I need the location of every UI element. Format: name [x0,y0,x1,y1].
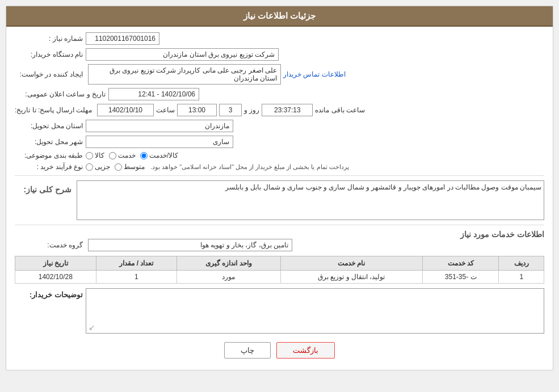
purchase-type-motavasset-radio[interactable] [115,163,122,171]
divider-1 [15,175,544,176]
category-khadamat-radio[interactable] [109,152,116,159]
page-wrapper: جزئیات اطلاعات نیاز 1102001167001016 شما… [0,0,559,392]
need-number-label: شماره نیاز : [15,35,83,43]
announce-datetime-label: تاریخ و ساعت اعلان عمومی: [15,90,106,98]
buyer-description-row: توضیحات خریدار: [15,288,544,334]
city-label: شهر محل تحویل: [15,138,83,146]
print-button[interactable]: چاپ [224,342,271,359]
service-group-row: تامین برق، گاز، بخار و تهویه هوا گروه خد… [15,239,544,251]
category-label: طبقه بندی موضوعی: [15,151,83,159]
purchase-type-jozi-label: جزیی [95,163,110,171]
service-group-label: گروه خدمت: [15,241,83,249]
category-row: کالا/خدمت خدمت کالا طبقه بندی موضوعی: [15,151,544,159]
province-value: مازندران [86,120,233,132]
city-value: ساری [86,136,233,148]
col-header-row-num: ردیف [499,256,544,271]
deadline-label: مهلت ارسال پاسخ: تا تاریخ: [15,106,92,114]
remaining-time-value: 23:37:13 [262,104,313,116]
col-header-service-name: نام خدمت [280,256,422,271]
remaining-days: 3 [219,104,242,116]
buyer-label: نام دستگاه خریدار: [15,50,83,58]
cell-row-num: 1 [499,271,544,284]
city-row: ساری شهر محل تحویل: [15,136,544,148]
category-khadamat[interactable]: خدمت [109,151,136,159]
cell-quantity: 1 [96,271,176,284]
category-kala-khadamat-label: کالا/خدمت [149,151,178,159]
cell-unit: مورد [177,271,281,284]
col-header-unit: واحد اندازه گیری [177,256,281,271]
cell-date: 1402/10/28 [15,271,96,284]
purchase-type-row: پرداخت تمام یا بخشی از مبلغ خریدار از مح… [15,163,544,171]
purchase-type-jozi-radio[interactable] [86,163,93,171]
category-kala-label: کالا [95,151,104,159]
remaining-label: روز و [244,106,259,114]
services-table-container: ردیف کد خدمت نام خدمت واحد اندازه گیری ت… [15,256,544,284]
buyer-value: شرکت توزیع نیروی برق استان مازندران [86,48,279,61]
need-description-title: شرح کلی نیاز: [15,185,72,194]
purchase-type-motavasset[interactable]: متوسط [115,163,145,171]
page-header: جزئیات اطلاعات نیاز [6,6,553,27]
announce-datetime-value: 1402/10/06 - 12:41 [108,88,199,100]
category-khadamat-label: خدمت [118,151,136,159]
need-description-row: سیمبان موقت وصول مطالبات در امورهای جویب… [15,180,544,220]
purchase-type-radio-group: متوسط جزیی [86,163,145,171]
page-title: جزئیات اطلاعات نیاز [243,11,316,20]
buyer-description-label: توضیحات خریدار: [15,288,83,299]
contact-link[interactable]: اطلاعات تماس خریدار [283,70,346,78]
creator-value: علی اصغر رجبی علی مانی کارپرداز شرکت توز… [88,64,281,85]
table-header-row: ردیف کد خدمت نام خدمت واحد اندازه گیری ت… [15,256,544,271]
cell-service-name: تولید، انتقال و توزیع برق [280,271,422,284]
deadline-row: ساعت باقی مانده 23:37:13 روز و 3 13:00 س… [15,104,544,116]
need-number-value: 1102001167001016 [86,32,159,45]
divider-2 [15,225,544,225]
services-table: ردیف کد خدمت نام خدمت واحد اندازه گیری ت… [15,256,544,284]
services-title: اطلاعات خدمات مورد نیاز [460,230,544,239]
services-section: اطلاعات خدمات مورد نیاز [15,230,544,239]
buyer-description-value [86,288,544,334]
col-header-date: تاریخ نیاز [15,256,96,271]
purchase-type-jozi[interactable]: جزیی [86,163,110,171]
category-radio-group: کالا/خدمت خدمت کالا [86,151,178,159]
buttons-row: بازگشت چاپ [15,342,544,359]
need-number-row: 1102001167001016 شماره نیاز : [15,32,544,45]
remaining-suffix: ساعت باقی مانده [315,106,365,114]
purchase-type-motavasset-label: متوسط [124,163,145,171]
announce-datetime-row: 1402/10/06 - 12:41 تاریخ و ساعت اعلان عم… [15,88,544,100]
deadline-date: 1402/10/10 [97,104,154,116]
buyer-row: شرکت توزیع نیروی برق استان مازندران نام … [15,48,544,61]
content-area: 1102001167001016 شماره نیاز : شرکت توزیع… [6,27,553,370]
deadline-time-value: 13:00 [177,104,217,116]
back-button[interactable]: بازگشت [276,342,335,359]
main-container: جزئیات اطلاعات نیاز 1102001167001016 شما… [6,6,553,370]
purchase-type-note: پرداخت تمام یا بخشی از مبلغ خریدار از مح… [150,163,349,171]
deadline-time-label: ساعت [156,106,175,114]
table-row: 1 ت -35-351 تولید، انتقال و توزیع برق مو… [15,271,544,284]
category-kala-khadamat[interactable]: کالا/خدمت [140,151,178,159]
col-header-quantity: تعداد / مقدار [96,256,176,271]
need-description-value: سیمبان موقت وصول مطالبات در امورهای جویب… [77,180,544,220]
category-kala-khadamat-radio[interactable] [140,152,148,159]
creator-row: اطلاعات تماس خریدار علی اصغر رجبی علی ما… [15,64,544,85]
cell-service-code: ت -35-351 [422,271,499,284]
category-kala-radio[interactable] [86,152,93,159]
category-kala[interactable]: کالا [86,151,104,159]
service-group-value: تامین برق، گاز، بخار و تهویه هوا [88,239,292,251]
purchase-type-label: نوع فرآیند خرید : [15,163,83,171]
creator-label: ایجاد کننده در خواست: [15,70,83,78]
col-header-service-code: کد خدمت [422,256,499,271]
province-label: استان محل تحویل: [15,122,83,130]
province-row: مازندران استان محل تحویل: [15,120,544,132]
